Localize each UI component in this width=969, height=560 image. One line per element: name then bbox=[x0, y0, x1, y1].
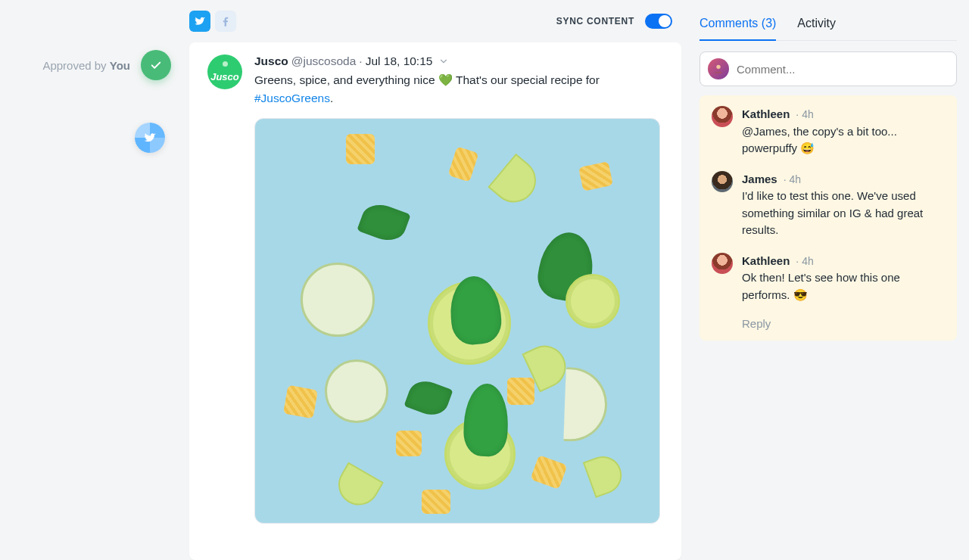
comment-text: @James, the copy's a bit too... powerpuf… bbox=[742, 123, 945, 157]
comment-text: I'd like to test this one. We've used so… bbox=[742, 188, 945, 239]
post-hashtag[interactable]: #JuscoGreens bbox=[254, 92, 330, 104]
tab-activity[interactable]: Activity bbox=[797, 9, 836, 40]
post-header: Jusco @juscosoda · Jul 18, 10:15 bbox=[254, 54, 663, 68]
post-handle: @juscosoda bbox=[291, 54, 357, 68]
platform-facebook-tab[interactable] bbox=[215, 11, 236, 32]
post-date: Jul 18, 10:15 bbox=[366, 54, 433, 68]
comment-time: 4h bbox=[796, 107, 813, 123]
platform-twitter-tab[interactable] bbox=[189, 11, 210, 32]
chevron-down-icon[interactable] bbox=[438, 56, 449, 67]
approved-by-label: Approved by You bbox=[42, 59, 130, 72]
comment-input[interactable] bbox=[737, 63, 949, 76]
comment-input-wrapper[interactable] bbox=[699, 51, 957, 86]
reply-button[interactable]: Reply bbox=[742, 317, 945, 330]
comment-item: Kathleen 4h @James, the copy's a bit too… bbox=[712, 106, 945, 157]
comment-item: James 4h I'd like to test this one. We'v… bbox=[712, 171, 945, 239]
comment-item: Kathleen 4h Ok then! Let's see how this … bbox=[712, 253, 945, 304]
comment-thread: Kathleen 4h @James, the copy's a bit too… bbox=[699, 95, 957, 341]
avatar bbox=[712, 106, 733, 127]
comment-author: Kathleen bbox=[742, 253, 790, 270]
post-text: Greens, spice, and everything nice 💚 Tha… bbox=[254, 71, 663, 107]
approved-check-icon bbox=[141, 50, 171, 80]
sync-content-toggle[interactable] bbox=[645, 14, 672, 29]
avatar bbox=[712, 171, 733, 192]
avatar bbox=[712, 253, 733, 274]
post-author: Jusco bbox=[254, 54, 288, 68]
current-user-avatar bbox=[708, 58, 729, 79]
sync-content-label: SYNC CONTENT bbox=[556, 16, 634, 26]
comment-author: Kathleen bbox=[742, 106, 790, 123]
post-image bbox=[254, 118, 660, 524]
comment-text: Ok then! Let's see how this one performs… bbox=[742, 269, 945, 303]
comment-time: 4h bbox=[796, 254, 813, 269]
brand-avatar: Jusco bbox=[207, 54, 242, 89]
svg-point-0 bbox=[716, 65, 720, 69]
comment-time: 4h bbox=[784, 172, 801, 188]
platform-twitter-rail-icon[interactable] bbox=[135, 123, 165, 153]
approval-status: Approved by You bbox=[42, 50, 171, 80]
tab-comments[interactable]: Comments (3) bbox=[699, 9, 776, 41]
comment-author: James bbox=[742, 171, 777, 188]
heart-icon: 💚 bbox=[438, 71, 453, 89]
post-preview-card: Jusco Jusco @juscosoda · Jul 18, 10:15 G… bbox=[189, 42, 681, 560]
